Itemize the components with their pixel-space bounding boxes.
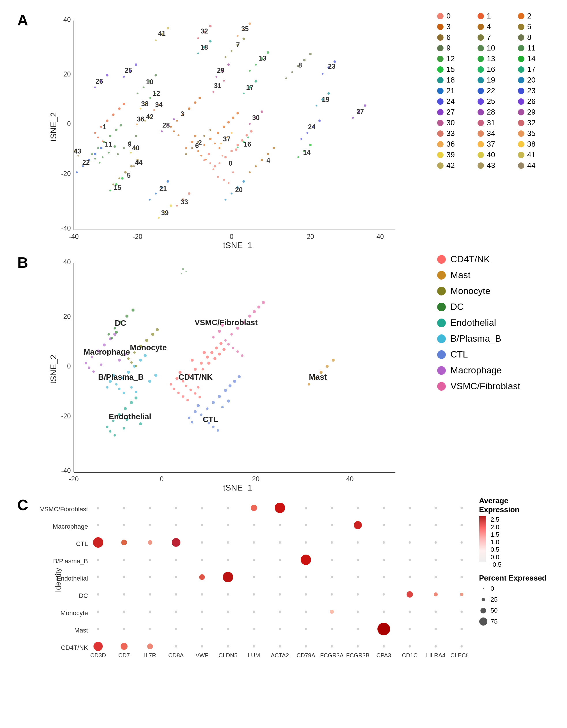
svg-point-173	[249, 123, 250, 125]
legend-b-item-Mast: Mast	[437, 270, 550, 280]
legend-item-24: 24	[437, 97, 478, 106]
svg-text:DC: DC	[79, 592, 88, 599]
svg-point-150	[135, 63, 137, 66]
svg-point-357	[115, 331, 118, 334]
svg-point-431	[97, 524, 99, 526]
svg-point-540	[201, 645, 203, 647]
legend-item-8: 8	[518, 33, 558, 42]
svg-point-482	[253, 576, 255, 578]
svg-point-30	[235, 148, 237, 151]
legend-b-label: VSMC/Fibroblast	[450, 381, 520, 392]
svg-point-435	[201, 524, 203, 526]
svg-point-268	[189, 389, 192, 391]
svg-point-570	[482, 598, 485, 601]
svg-point-77	[102, 156, 104, 158]
svg-point-426	[357, 507, 359, 509]
svg-text:6: 6	[195, 142, 199, 149]
legend-item-4: 4	[478, 22, 518, 31]
legend-item-22: 22	[478, 86, 518, 95]
svg-point-278	[173, 388, 175, 390]
svg-point-473	[409, 559, 411, 561]
svg-point-429	[435, 507, 437, 509]
svg-point-457	[383, 541, 385, 544]
svg-point-116	[291, 71, 293, 73]
svg-point-156	[167, 27, 169, 29]
svg-text:CTL: CTL	[76, 540, 88, 547]
svg-point-114	[273, 147, 275, 149]
svg-text:8: 8	[298, 61, 302, 69]
svg-point-161	[237, 35, 238, 37]
svg-text:CPA3: CPA3	[377, 652, 391, 658]
svg-point-550	[461, 645, 463, 647]
svg-point-142	[297, 156, 299, 158]
svg-point-484	[305, 576, 307, 578]
svg-point-76	[108, 152, 110, 154]
legend-label: 2	[527, 12, 531, 20]
svg-point-293	[118, 388, 120, 390]
pct-25-row: 25	[479, 595, 550, 604]
svg-point-284	[186, 399, 189, 401]
legend-item-1: 1	[478, 12, 518, 20]
expr-value-25: 2.5	[491, 516, 501, 523]
svg-point-440	[331, 524, 333, 526]
svg-text:VSMC/Fibroblast: VSMC/Fibroblast	[40, 506, 88, 513]
svg-point-66	[123, 103, 125, 105]
svg-point-24	[250, 130, 252, 132]
svg-point-564	[251, 505, 257, 511]
svg-point-316	[188, 416, 190, 419]
svg-point-97	[155, 193, 157, 194]
legend-b-dot	[437, 334, 446, 343]
legend-item-26: 26	[518, 97, 558, 106]
legend-item-14: 14	[518, 54, 558, 63]
legend-dot	[518, 77, 524, 83]
svg-point-362	[248, 315, 251, 318]
svg-point-286	[197, 386, 199, 388]
svg-point-59	[209, 129, 211, 131]
svg-point-524	[175, 628, 177, 630]
svg-text:-20: -20	[69, 475, 78, 483]
svg-point-526	[227, 628, 229, 630]
svg-point-495	[201, 593, 203, 596]
legend-item-30: 30	[437, 118, 478, 127]
legend-b-dot	[437, 255, 446, 264]
svg-point-177	[247, 136, 249, 138]
legend-dot	[518, 162, 524, 169]
svg-point-485	[331, 576, 333, 578]
svg-point-176	[237, 147, 238, 148]
legend-item-17: 17	[518, 65, 558, 74]
legend-item-28: 28	[478, 108, 518, 117]
svg-point-571	[480, 608, 486, 613]
pct-50-label: 50	[491, 607, 497, 614]
svg-point-361	[224, 339, 227, 341]
svg-point-555	[301, 555, 311, 565]
svg-point-25	[232, 171, 234, 173]
legend-dot	[437, 98, 444, 105]
panel-c: C VSMC/Fibroblast Macrophage CTL B/Plasm…	[17, 496, 550, 659]
svg-text:-40: -40	[69, 233, 78, 240]
svg-point-31	[209, 162, 211, 164]
legend-dot	[437, 66, 444, 73]
svg-point-110	[261, 159, 263, 161]
svg-point-44	[191, 141, 193, 143]
svg-point-88	[124, 171, 126, 173]
svg-point-301	[106, 386, 108, 388]
svg-point-81	[94, 153, 96, 155]
svg-point-318	[221, 406, 224, 408]
legend-dot	[518, 13, 524, 19]
legend-b-item-Monocyte: Monocyte	[437, 286, 550, 296]
svg-point-305	[218, 395, 221, 398]
svg-text:-20: -20	[133, 233, 142, 240]
svg-text:CLDN5: CLDN5	[218, 652, 237, 658]
svg-point-328	[114, 434, 116, 436]
legend-label: 43	[487, 161, 495, 170]
legend-dot	[437, 130, 444, 137]
legend-dot	[518, 56, 524, 62]
legend-dot	[518, 98, 524, 105]
svg-point-70	[109, 135, 111, 137]
svg-point-419	[175, 507, 177, 509]
svg-text:LILRA4: LILRA4	[426, 652, 446, 658]
legend-dot	[478, 152, 484, 158]
svg-point-113	[249, 171, 250, 173]
svg-point-143	[309, 144, 312, 146]
svg-point-34	[217, 132, 219, 134]
